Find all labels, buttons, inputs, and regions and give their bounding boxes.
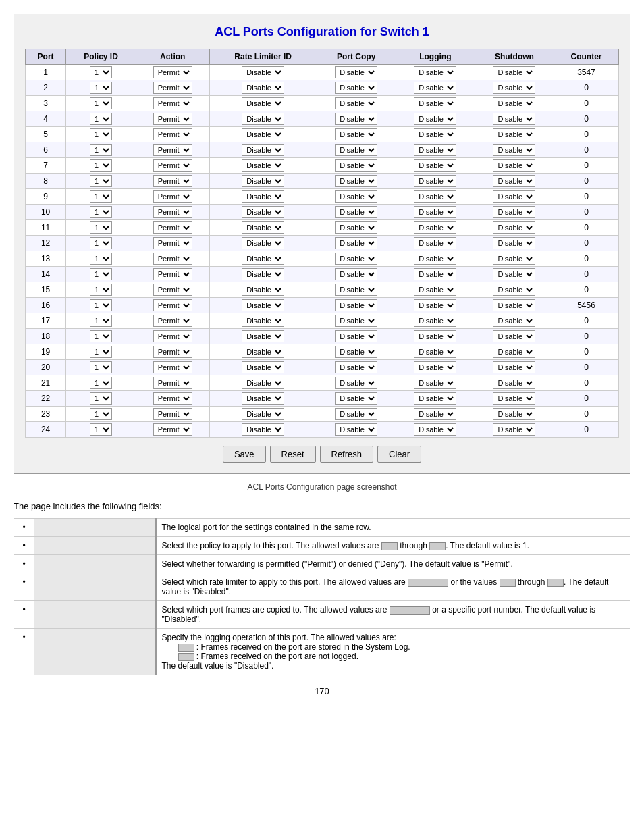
select-rate-16[interactable]: Disable — [242, 299, 284, 311]
cell-action-9[interactable]: Permit — [136, 189, 209, 205]
select-policy-6[interactable]: 1 — [90, 144, 112, 156]
select-action-7[interactable]: Permit — [153, 159, 192, 172]
select-copy-10[interactable]: Disable — [335, 206, 377, 218]
cell-rate-13[interactable]: Disable — [209, 251, 317, 267]
select-policy-15[interactable]: 1 — [90, 284, 112, 296]
cell-logging-11[interactable]: Disable — [396, 220, 475, 236]
select-shutdown-14[interactable]: Disable — [493, 268, 535, 280]
select-logging-7[interactable]: Disable — [414, 159, 456, 172]
select-logging-2[interactable]: Disable — [414, 82, 456, 94]
select-policy-10[interactable]: 1 — [90, 206, 112, 218]
cell-shutdown-13[interactable]: Disable — [475, 251, 554, 267]
cell-shutdown-4[interactable]: Disable — [475, 111, 554, 127]
cell-rate-5[interactable]: Disable — [209, 127, 317, 142]
cell-shutdown-2[interactable]: Disable — [475, 80, 554, 96]
select-action-12[interactable]: Permit — [153, 237, 192, 249]
cell-shutdown-24[interactable]: Disable — [475, 422, 554, 438]
select-logging-23[interactable]: Disable — [414, 408, 456, 420]
cell-shutdown-16[interactable]: Disable — [475, 298, 554, 313]
cell-action-11[interactable]: Permit — [136, 220, 209, 236]
select-rate-24[interactable]: Disable — [242, 423, 284, 436]
cell-shutdown-12[interactable]: Disable — [475, 236, 554, 251]
cell-action-14[interactable]: Permit — [136, 267, 209, 282]
select-rate-9[interactable]: Disable — [242, 190, 284, 203]
cell-rate-21[interactable]: Disable — [209, 375, 317, 391]
select-shutdown-15[interactable]: Disable — [493, 284, 535, 296]
select-policy-16[interactable]: 1 — [90, 299, 112, 311]
cell-shutdown-21[interactable]: Disable — [475, 375, 554, 391]
save-button[interactable]: Save — [223, 446, 266, 463]
cell-logging-16[interactable]: Disable — [396, 298, 475, 313]
select-action-6[interactable]: Permit — [153, 144, 192, 156]
cell-logging-22[interactable]: Disable — [396, 391, 475, 407]
select-action-23[interactable]: Permit — [153, 408, 192, 420]
cell-logging-8[interactable]: Disable — [396, 174, 475, 189]
select-action-22[interactable]: Permit — [153, 392, 192, 405]
cell-policy-11[interactable]: 1 — [66, 220, 136, 236]
select-policy-19[interactable]: 1 — [90, 346, 112, 358]
select-rate-18[interactable]: Disable — [242, 330, 284, 342]
cell-copy-17[interactable]: Disable — [317, 313, 396, 329]
cell-action-12[interactable]: Permit — [136, 236, 209, 251]
select-policy-23[interactable]: 1 — [90, 408, 112, 420]
cell-copy-8[interactable]: Disable — [317, 174, 396, 189]
cell-rate-23[interactable]: Disable — [209, 407, 317, 422]
select-copy-15[interactable]: Disable — [335, 284, 377, 296]
cell-copy-24[interactable]: Disable — [317, 422, 396, 438]
cell-copy-3[interactable]: Disable — [317, 96, 396, 111]
select-rate-23[interactable]: Disable — [242, 408, 284, 420]
select-copy-7[interactable]: Disable — [335, 159, 377, 172]
cell-policy-21[interactable]: 1 — [66, 375, 136, 391]
cell-policy-3[interactable]: 1 — [66, 96, 136, 111]
cell-rate-19[interactable]: Disable — [209, 344, 317, 360]
cell-logging-21[interactable]: Disable — [396, 375, 475, 391]
cell-policy-22[interactable]: 1 — [66, 391, 136, 407]
select-policy-7[interactable]: 1 — [90, 159, 112, 172]
cell-shutdown-8[interactable]: Disable — [475, 174, 554, 189]
cell-copy-15[interactable]: Disable — [317, 282, 396, 298]
select-action-13[interactable]: Permit — [153, 253, 192, 265]
select-policy-17[interactable]: 1 — [90, 315, 112, 327]
cell-shutdown-11[interactable]: Disable — [475, 220, 554, 236]
select-action-11[interactable]: Permit — [153, 221, 192, 234]
cell-policy-12[interactable]: 1 — [66, 236, 136, 251]
cell-logging-1[interactable]: Disable — [396, 65, 475, 80]
cell-rate-1[interactable]: Disable — [209, 65, 317, 80]
select-copy-24[interactable]: Disable — [335, 423, 377, 436]
cell-rate-24[interactable]: Disable — [209, 422, 317, 438]
select-policy-22[interactable]: 1 — [90, 392, 112, 405]
cell-copy-10[interactable]: Disable — [317, 205, 396, 220]
cell-policy-6[interactable]: 1 — [66, 142, 136, 158]
cell-policy-10[interactable]: 1 — [66, 205, 136, 220]
select-copy-4[interactable]: Disable — [335, 113, 377, 125]
cell-policy-20[interactable]: 1 — [66, 360, 136, 375]
select-copy-9[interactable]: Disable — [335, 190, 377, 203]
select-shutdown-22[interactable]: Disable — [493, 392, 535, 405]
cell-copy-7[interactable]: Disable — [317, 158, 396, 174]
select-action-2[interactable]: Permit — [153, 82, 192, 94]
select-action-10[interactable]: Permit — [153, 206, 192, 218]
cell-action-8[interactable]: Permit — [136, 174, 209, 189]
cell-copy-14[interactable]: Disable — [317, 267, 396, 282]
cell-action-2[interactable]: Permit — [136, 80, 209, 96]
select-rate-17[interactable]: Disable — [242, 315, 284, 327]
cell-policy-9[interactable]: 1 — [66, 189, 136, 205]
cell-policy-2[interactable]: 1 — [66, 80, 136, 96]
cell-copy-11[interactable]: Disable — [317, 220, 396, 236]
select-copy-12[interactable]: Disable — [335, 237, 377, 249]
cell-action-3[interactable]: Permit — [136, 96, 209, 111]
cell-rate-14[interactable]: Disable — [209, 267, 317, 282]
cell-rate-20[interactable]: Disable — [209, 360, 317, 375]
cell-shutdown-10[interactable]: Disable — [475, 205, 554, 220]
select-action-8[interactable]: Permit — [153, 175, 192, 187]
cell-action-4[interactable]: Permit — [136, 111, 209, 127]
select-copy-3[interactable]: Disable — [335, 97, 377, 109]
cell-copy-6[interactable]: Disable — [317, 142, 396, 158]
select-logging-3[interactable]: Disable — [414, 97, 456, 109]
select-action-24[interactable]: Permit — [153, 423, 192, 436]
cell-shutdown-3[interactable]: Disable — [475, 96, 554, 111]
select-logging-19[interactable]: Disable — [414, 346, 456, 358]
cell-action-15[interactable]: Permit — [136, 282, 209, 298]
cell-rate-6[interactable]: Disable — [209, 142, 317, 158]
select-policy-9[interactable]: 1 — [90, 190, 112, 203]
